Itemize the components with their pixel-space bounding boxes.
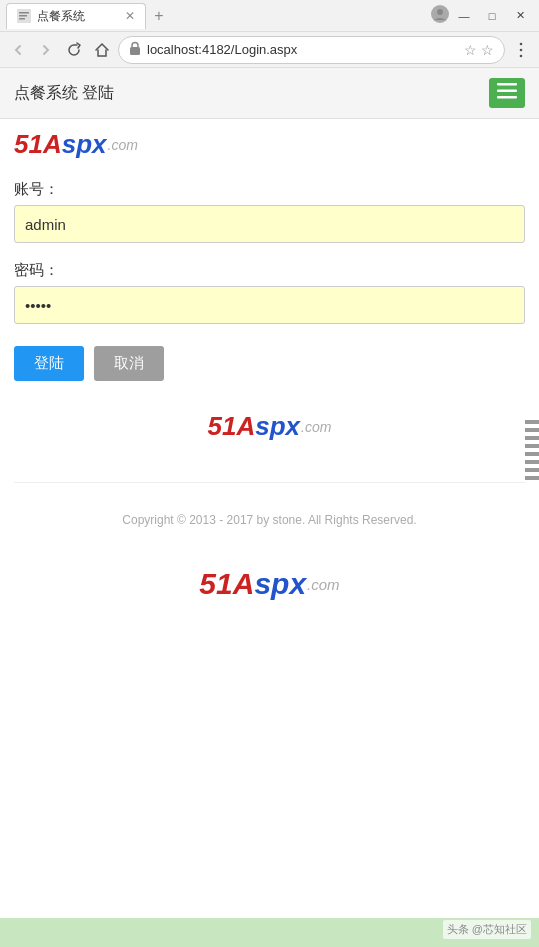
login-form: 账号： 密码： 登陆 取消 bbox=[0, 180, 539, 381]
close-btn[interactable]: ✕ bbox=[507, 5, 533, 27]
logo-com-bot: .com bbox=[307, 576, 340, 593]
logo-51-mid: 51 bbox=[208, 411, 237, 442]
qr-code-hint bbox=[525, 420, 539, 480]
app-header: 点餐系统 登陆 bbox=[0, 68, 539, 119]
logo-watermark-top: 51 A spx .com bbox=[0, 119, 539, 180]
svg-rect-2 bbox=[19, 15, 27, 17]
minimize-btn[interactable]: — bbox=[451, 5, 477, 27]
community-label: 头条 @芯知社区 bbox=[443, 920, 531, 939]
login-button[interactable]: 登陆 bbox=[14, 346, 84, 381]
app-title-text: 点餐系统 bbox=[14, 84, 78, 101]
logo-a: A bbox=[43, 129, 62, 160]
form-buttons: 登陆 取消 bbox=[14, 346, 525, 381]
refresh-btn[interactable] bbox=[62, 38, 86, 62]
browser-menu-btn[interactable] bbox=[509, 38, 533, 62]
hamburger-icon bbox=[497, 83, 517, 103]
copyright-text: Copyright © 2013 - 2017 by stone. All Ri… bbox=[122, 513, 416, 527]
lock-icon bbox=[129, 41, 141, 58]
browser-toolbar: ☆ ☆ bbox=[0, 32, 539, 68]
footer-copyright: Copyright © 2013 - 2017 by stone. All Ri… bbox=[0, 503, 539, 537]
svg-rect-5 bbox=[130, 47, 140, 55]
svg-rect-10 bbox=[497, 90, 517, 93]
svg-rect-9 bbox=[497, 83, 517, 86]
logo-a-bot: A bbox=[233, 567, 255, 601]
home-btn[interactable] bbox=[90, 38, 114, 62]
app-subtitle-text: 登陆 bbox=[82, 84, 114, 101]
logo-com-top: .com bbox=[108, 137, 138, 153]
logo-com-mid: .com bbox=[301, 419, 331, 435]
svg-point-8 bbox=[520, 54, 523, 57]
forward-btn[interactable] bbox=[34, 38, 58, 62]
profile-icon bbox=[431, 5, 449, 23]
logo-51-bot: 51 bbox=[199, 567, 232, 601]
address-icons: ☆ ☆ bbox=[464, 42, 494, 58]
cancel-button[interactable]: 取消 bbox=[94, 346, 164, 381]
bookmark-icon[interactable]: ☆ bbox=[481, 42, 494, 58]
logo-a-mid: A bbox=[236, 411, 255, 442]
title-bar: 点餐系统 ✕ + — □ ✕ bbox=[0, 0, 539, 32]
hamburger-menu-btn[interactable] bbox=[489, 78, 525, 108]
svg-rect-11 bbox=[497, 96, 517, 99]
logo-watermark-middle: 51 A spx .com bbox=[0, 381, 539, 462]
tab-close-btn[interactable]: ✕ bbox=[125, 9, 135, 23]
tab-favicon bbox=[17, 9, 31, 23]
browser-tab[interactable]: 点餐系统 ✕ bbox=[6, 3, 146, 29]
svg-point-4 bbox=[437, 9, 443, 15]
svg-rect-3 bbox=[19, 18, 25, 20]
logo-51: 51 bbox=[14, 129, 43, 160]
app-title: 点餐系统 登陆 bbox=[14, 83, 114, 104]
password-label: 密码： bbox=[14, 261, 525, 280]
address-input[interactable] bbox=[147, 42, 458, 57]
tab-area: 点餐系统 ✕ + bbox=[6, 3, 431, 29]
footer-divider bbox=[14, 482, 525, 483]
page-content: 点餐系统 登陆 51 A spx .com 账号： 密码： 登陆 取消 bbox=[0, 68, 539, 918]
svg-rect-1 bbox=[19, 12, 29, 14]
browser-chrome: 点餐系统 ✕ + — □ ✕ bbox=[0, 0, 539, 68]
restore-btn[interactable]: □ bbox=[479, 5, 505, 27]
logo-spx-bot: spx bbox=[254, 567, 306, 601]
svg-point-6 bbox=[520, 42, 523, 45]
tab-title: 点餐系统 bbox=[37, 8, 85, 25]
back-btn[interactable] bbox=[6, 38, 30, 62]
account-input[interactable] bbox=[14, 205, 525, 243]
svg-point-7 bbox=[520, 48, 523, 51]
password-input[interactable] bbox=[14, 286, 525, 324]
logo-spx-mid: spx bbox=[255, 411, 300, 442]
address-bar-wrap[interactable]: ☆ ☆ bbox=[118, 36, 505, 64]
new-tab-btn[interactable]: + bbox=[146, 3, 172, 29]
logo-spx: spx bbox=[62, 129, 107, 160]
account-label: 账号： bbox=[14, 180, 525, 199]
pin-icon[interactable]: ☆ bbox=[464, 42, 477, 58]
logo-watermark-bottom: 51 A spx .com bbox=[0, 537, 539, 611]
window-controls: — □ ✕ bbox=[431, 5, 533, 27]
